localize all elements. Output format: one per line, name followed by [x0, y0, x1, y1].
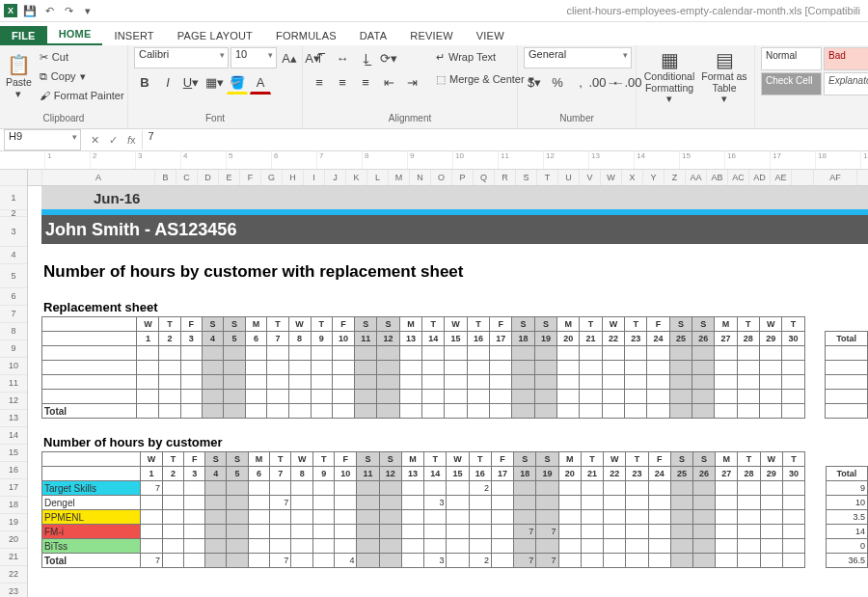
col-header[interactable] [792, 170, 814, 185]
column-headers[interactable]: ABCDEFGHIJKLMNOPQRSTUVWXYZAAABACADAEAF [28, 170, 868, 186]
font-name-select[interactable]: Calibri [134, 47, 229, 68]
tab-review[interactable]: REVIEW [398, 26, 465, 45]
col-header[interactable]: J [325, 170, 346, 185]
col-header[interactable]: H [283, 170, 304, 185]
row-header[interactable]: 12 [0, 393, 27, 410]
col-header[interactable]: N [410, 170, 431, 185]
tab-data[interactable]: DATA [348, 26, 399, 45]
enter-icon[interactable]: ✓ [109, 134, 118, 147]
tab-file[interactable]: FILE [0, 26, 47, 45]
col-header[interactable]: R [495, 170, 516, 185]
style-check-cell[interactable]: Check Cell [761, 72, 822, 95]
col-header[interactable]: AE [771, 170, 792, 185]
align-middle-icon[interactable]: ↔ [332, 47, 353, 68]
font-color-button[interactable]: A [250, 71, 271, 95]
row-header[interactable]: 11 [0, 375, 27, 393]
row-header[interactable]: 4 [0, 247, 27, 264]
border-button[interactable]: ▦▾ [203, 71, 225, 93]
bold-button[interactable]: B [134, 71, 155, 93]
row-header[interactable]: 17 [0, 479, 27, 497]
increase-font-icon[interactable]: A▴ [279, 47, 300, 68]
replacement-table[interactable]: WTFSSMTWTFSSMTWTFSSMTWTFSSMTWT1234567891… [41, 316, 868, 419]
tab-formulas[interactable]: FORMULAS [264, 26, 348, 45]
col-header[interactable]: O [431, 170, 452, 185]
col-header[interactable]: AB [707, 170, 728, 185]
conditional-formatting-button[interactable]: ▦ Conditional Formatting▾ [642, 47, 696, 105]
row-header[interactable]: 22 [0, 566, 27, 583]
align-top-icon[interactable]: ↑̅ [309, 47, 330, 68]
row-header[interactable]: 18 [0, 497, 27, 514]
italic-button[interactable]: I [157, 71, 178, 93]
row-header[interactable]: 6 [0, 288, 27, 306]
col-header[interactable]: AF [814, 170, 857, 185]
cancel-icon[interactable]: ✕ [91, 134, 99, 147]
col-header[interactable]: A [42, 170, 155, 185]
align-left-icon[interactable]: ≡ [309, 71, 330, 93]
orientation-icon[interactable]: ⟳▾ [378, 47, 399, 68]
col-header[interactable]: T [537, 170, 558, 185]
fill-color-button[interactable]: 🪣 [227, 71, 248, 95]
worksheet[interactable]: 1234567891011121314151617181920212223 AB… [0, 170, 868, 597]
row-header[interactable]: 16 [0, 462, 27, 479]
customer-table[interactable]: WTFSSMTWTFSSMTWTFSSMTWTFSSMTWT1234567891… [41, 451, 868, 568]
col-header[interactable]: K [346, 170, 367, 185]
grid[interactable]: ABCDEFGHIJKLMNOPQRSTUVWXYZAAABACADAEAF J… [28, 170, 868, 597]
col-header[interactable]: I [304, 170, 325, 185]
row-header[interactable]: 1 [0, 186, 27, 210]
row-header[interactable]: 2 [0, 210, 27, 217]
col-header[interactable]: P [452, 170, 474, 185]
font-size-select[interactable]: 10 [231, 47, 277, 68]
fx-icon[interactable]: fx [127, 134, 136, 146]
col-header[interactable]: D [198, 170, 219, 185]
col-header[interactable]: F [240, 170, 261, 185]
sheet-content[interactable]: Jun-16John Smith - AS123456Number of hou… [28, 186, 868, 568]
indent-inc-icon[interactable]: ⇥ [401, 71, 422, 93]
percent-icon[interactable]: % [547, 71, 568, 93]
align-center-icon[interactable]: ≡ [332, 71, 353, 93]
number-format-select[interactable]: General [524, 47, 632, 68]
row-header[interactable]: 23 [0, 583, 27, 597]
style-explanatory[interactable]: Explanatory [824, 72, 868, 95]
col-header[interactable]: Z [665, 170, 686, 185]
col-header[interactable]: V [580, 170, 601, 185]
format-painter-button[interactable]: 🖌Format Painter [36, 86, 128, 105]
tab-page-layout[interactable]: PAGE LAYOUT [166, 26, 264, 45]
col-header[interactable]: AC [728, 170, 749, 185]
row-header[interactable]: 14 [0, 427, 27, 445]
row-header[interactable]: 10 [0, 358, 27, 375]
copy-button[interactable]: ⧉Copy ▾ [36, 67, 128, 86]
name-box[interactable]: H9 [4, 129, 81, 150]
col-header[interactable]: Q [474, 170, 495, 185]
save-icon[interactable]: 💾 [23, 4, 37, 17]
col-header[interactable]: B [155, 170, 176, 185]
row-header[interactable]: 3 [0, 217, 27, 247]
col-header[interactable]: AA [686, 170, 707, 185]
col-header[interactable]: S [516, 170, 537, 185]
undo-icon[interactable]: ↶ [42, 4, 56, 17]
decrease-decimal-icon[interactable]: ←.00 [616, 71, 637, 93]
tab-view[interactable]: VIEW [465, 26, 516, 45]
tab-insert[interactable]: INSERT [102, 26, 165, 45]
align-right-icon[interactable]: ≡ [355, 71, 376, 93]
tab-home[interactable]: HOME [47, 24, 103, 45]
row-headers[interactable]: 1234567891011121314151617181920212223 [0, 170, 28, 597]
row-header[interactable]: 20 [0, 531, 27, 549]
row-header[interactable]: 5 [0, 264, 27, 288]
col-header[interactable]: W [601, 170, 622, 185]
formula-input[interactable]: 7 [142, 130, 868, 149]
currency-icon[interactable]: $▾ [524, 71, 545, 93]
row-header[interactable]: 21 [0, 549, 27, 566]
indent-dec-icon[interactable]: ⇤ [378, 71, 399, 93]
col-header[interactable]: AD [749, 170, 771, 185]
col-header[interactable]: U [558, 170, 580, 185]
row-header[interactable]: 7 [0, 306, 27, 323]
row-header[interactable]: 9 [0, 340, 27, 358]
row-header[interactable]: 8 [0, 323, 27, 340]
underline-button[interactable]: U▾ [180, 71, 202, 93]
cut-button[interactable]: ✂Cut [36, 47, 128, 67]
row-header[interactable]: 19 [0, 514, 27, 531]
row-header[interactable]: 13 [0, 410, 27, 427]
style-normal[interactable]: Normal [761, 47, 822, 70]
col-header[interactable]: L [367, 170, 389, 185]
col-header[interactable]: X [622, 170, 643, 185]
